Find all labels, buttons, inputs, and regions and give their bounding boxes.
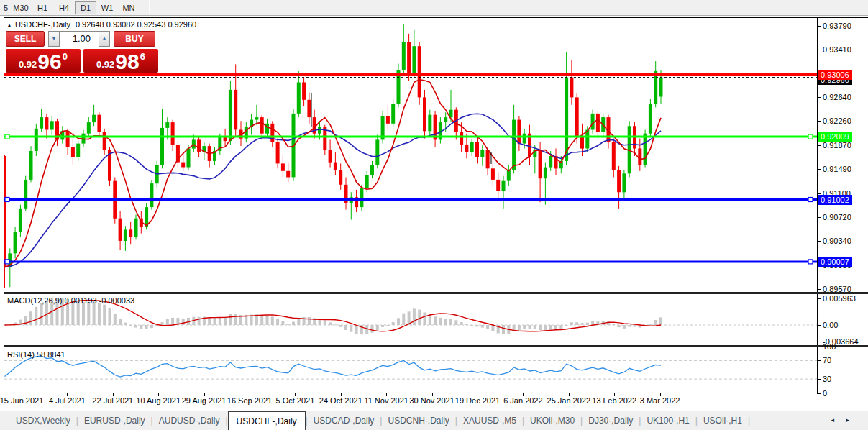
date-label: 25 Jan 2022 xyxy=(547,396,591,405)
axis-tick xyxy=(817,169,821,170)
axis-tick xyxy=(817,379,821,380)
price-tick-label: 0.93790 xyxy=(823,22,851,31)
price-tick-label: 0.90720 xyxy=(823,213,851,222)
axis-tick xyxy=(817,241,821,242)
macd-axis-label: 0.005963 xyxy=(823,294,856,303)
sell-price-panel[interactable]: 0.92960 xyxy=(6,49,81,73)
price-line-label-0.90007: 0.90007 xyxy=(818,257,852,267)
timeframe-H1[interactable]: H1 xyxy=(32,1,53,14)
price-line-label-0.91002: 0.91002 xyxy=(818,195,852,205)
tab-ukoil-m30[interactable]: UKOil-,M30 xyxy=(524,411,580,430)
volume-decrease-button[interactable]: ▼ xyxy=(48,31,60,47)
axis-tick xyxy=(817,26,821,27)
tab-dj30-daily[interactable]: DJ30-,Daily xyxy=(583,411,639,430)
buy-button[interactable]: BUY xyxy=(114,31,155,47)
tab-scroll-arrows: ◂ ▸ xyxy=(821,411,849,430)
date-label: 30 Nov 2021 xyxy=(409,396,454,405)
one-click-trading-panel: SELL ▼ 1.00 ▲ BUY 0.92960 0.92986 xyxy=(6,31,161,73)
date-axis[interactable]: 15 Jun 20214 Jul 202122 Jul 202110 Aug 2… xyxy=(0,393,817,411)
timeframe-W1[interactable]: W1 xyxy=(96,1,118,14)
volume-increase-button[interactable]: ▲ xyxy=(99,31,110,47)
price-line-label-0.93006: 0.93006 xyxy=(818,70,852,80)
timeframe-M30[interactable]: M30 xyxy=(10,1,32,14)
price-tick-label: 0.92260 xyxy=(823,116,851,126)
date-label: 16 Sep 2021 xyxy=(227,396,272,405)
toolbar-separator xyxy=(147,1,150,14)
date-label: 5 Oct 2021 xyxy=(275,396,314,405)
date-label: 6 Jan 2022 xyxy=(503,396,542,405)
sell-button[interactable]: SELL xyxy=(6,31,45,47)
rsi-label: RSI(14) 58.8841 xyxy=(7,350,65,359)
rsi-axis-label: 30 xyxy=(823,375,831,384)
chart-title: ▲USDCHF-,Daily0.92648 0.93082 0.92543 0.… xyxy=(6,20,196,29)
price-tick-label: 0.90340 xyxy=(823,237,851,246)
pane-splitter-rsi[interactable] xyxy=(4,345,868,347)
date-label: 11 Nov 2021 xyxy=(364,396,408,405)
timeframe-toolbar: 5M30H1H4D1W1MN xyxy=(0,0,868,16)
price-tick-label: 0.89570 xyxy=(823,285,851,294)
chart-ohlc-values: 0.92648 0.93082 0.92543 0.92960 xyxy=(76,20,196,29)
tab-usdcad-daily[interactable]: USDCAD-,Daily xyxy=(308,411,380,430)
buy-price-prefix: 0.92 xyxy=(96,59,114,70)
sell-price-prefix: 0.92 xyxy=(19,59,37,70)
macd-label: MACD(12,26,9) 0.001193 -0.000033 xyxy=(7,296,134,305)
collapse-arrow-icon[interactable]: ▲ xyxy=(6,22,12,29)
price-tick-label: 0.92640 xyxy=(823,93,851,102)
tab-separator: | xyxy=(748,416,750,426)
price-line-label-0.92009: 0.92009 xyxy=(818,132,852,142)
tab-usdx-weekly[interactable]: USDX,Weekly xyxy=(10,411,76,430)
date-label: 29 Aug 2021 xyxy=(182,396,227,405)
date-label: 10 Aug 2021 xyxy=(136,396,181,405)
axis-tick xyxy=(817,325,821,326)
tab-scroll-right-icon[interactable]: ▸ xyxy=(846,416,849,424)
timeframe-MN[interactable]: MN xyxy=(118,1,140,14)
date-label: 15 Jun 2021 xyxy=(0,396,43,405)
price-tick-label: 0.91870 xyxy=(823,141,851,150)
date-label: 4 Jul 2021 xyxy=(49,396,86,405)
axis-tick xyxy=(817,298,821,299)
chart-symbol-label: USDCHF-,Daily xyxy=(15,20,70,29)
volume-spinner: ▼ 1.00 ▲ xyxy=(48,31,110,47)
timeframe-H4[interactable]: H4 xyxy=(53,1,75,14)
tab-usdchf-daily[interactable]: USDCHF-,Daily xyxy=(228,411,306,430)
rsi-axis-label: 100 xyxy=(823,342,836,352)
tab-scroll-left-icon[interactable]: ◂ xyxy=(831,416,834,424)
axis-tick xyxy=(817,97,821,98)
pane-splitter-macd[interactable] xyxy=(4,292,868,294)
rsi-axis-label: 70 xyxy=(823,356,831,365)
axis-tick xyxy=(817,121,821,122)
sell-price-sup: 0 xyxy=(63,51,68,62)
tab-usoil-h1[interactable]: USOil-,H1 xyxy=(698,411,748,430)
buy-price-panel[interactable]: 0.92986 xyxy=(83,49,158,73)
axis-tick xyxy=(817,50,821,50)
sell-price-big: 96 xyxy=(37,50,61,73)
buy-price-sup: 6 xyxy=(140,51,145,62)
axis-tick xyxy=(817,217,821,218)
price-tick-label: 0.93410 xyxy=(823,45,851,55)
rsi-axis-label: 0 xyxy=(823,389,827,398)
timeframe-D1[interactable]: D1 xyxy=(75,1,96,14)
date-label: 3 Mar 2022 xyxy=(640,396,680,405)
axis-tick xyxy=(817,347,821,347)
trading-platform-window: 5M30H1H4D1W1MN ▲USDCHF-,Daily0.92648 0.9… xyxy=(0,0,868,430)
tab-uk100-h1[interactable]: UK100-,H1 xyxy=(641,411,695,430)
rsi-pane[interactable] xyxy=(4,348,817,393)
axis-tick xyxy=(817,393,821,394)
tab-audusd-daily[interactable]: AUDUSD-,Daily xyxy=(153,411,226,430)
axis-tick xyxy=(817,342,821,342)
price-tick-label: 0.91490 xyxy=(823,165,851,174)
date-label: 13 Feb 2022 xyxy=(592,396,636,405)
timeframe-5[interactable]: 5 xyxy=(1,1,10,14)
date-label: 19 Dec 2021 xyxy=(455,396,500,405)
tab-xauusd-m5[interactable]: XAUUSD-,M5 xyxy=(457,411,522,430)
volume-input[interactable]: 1.00 xyxy=(60,31,99,45)
price-axis[interactable]: 0.937900.934100.930300.926400.922600.918… xyxy=(818,17,868,393)
symbol-tab-bar: USDX,Weekly|EURUSD-,Daily|AUDUSD-,Daily|… xyxy=(0,411,868,430)
axis-tick xyxy=(817,360,821,361)
axis-tick xyxy=(817,289,821,290)
date-label: 24 Oct 2021 xyxy=(319,396,362,405)
macd-axis-label: 0.00 xyxy=(823,321,838,330)
axis-tick xyxy=(817,145,821,146)
tab-eurusd-daily[interactable]: EURUSD-,Daily xyxy=(78,411,151,430)
tab-usdcnh-daily[interactable]: USDCNH-,Daily xyxy=(382,411,454,430)
